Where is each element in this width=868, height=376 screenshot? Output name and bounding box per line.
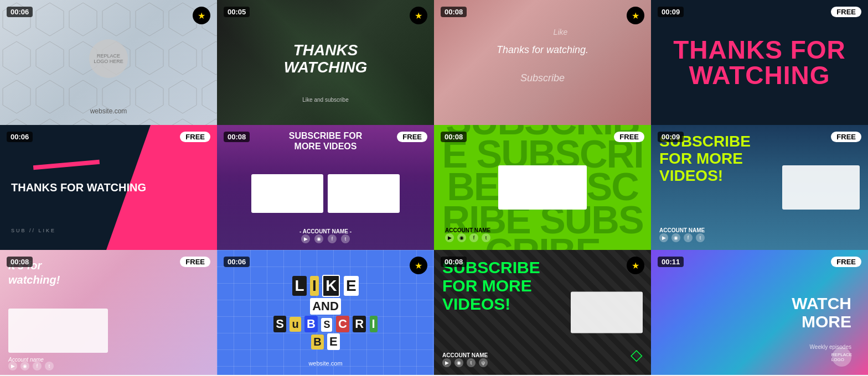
line1-12: WATCH bbox=[792, 294, 851, 312]
sub-text-2: Like and subscribe bbox=[302, 97, 348, 103]
line2-12: MORE bbox=[802, 312, 851, 331]
youtube-icon-7: ▶ bbox=[445, 233, 454, 242]
star-badge-11: ★ bbox=[627, 257, 644, 274]
website-text-1: website.com bbox=[90, 107, 127, 115]
ransom-S2: S bbox=[273, 316, 286, 332]
main-text-3: Thanks for watching. bbox=[497, 44, 588, 56]
template-card-8[interactable]: 00:09 FREE SUBSCRIBE FOR MORE VIDEOS! AC… bbox=[651, 125, 868, 250]
logo-placeholder-1: REPLACE LOGO HERE bbox=[89, 39, 128, 78]
template-card-6[interactable]: 00:08 FREE SUBSCRIBE FORMORE VIDEOS - AC… bbox=[217, 125, 434, 250]
account-text-7: ACCOUNT NAME bbox=[445, 227, 490, 233]
ransom-K: K bbox=[322, 275, 340, 297]
main-text-line2-4: WATCHING bbox=[689, 61, 830, 90]
star-badge-3: ★ bbox=[627, 7, 644, 24]
video-box-right-6 bbox=[328, 174, 400, 213]
instagram-icon-8: ◉ bbox=[671, 233, 680, 242]
social-icons-8: ▶ ◉ f t bbox=[659, 233, 705, 242]
time-badge-12: 00:11 bbox=[658, 257, 684, 267]
template-card-2[interactable]: 00:05 ★ THANKSWATCHING Like and subscrib… bbox=[217, 0, 434, 125]
video-box-left-6 bbox=[251, 174, 323, 213]
free-badge-4: FREE bbox=[831, 7, 861, 17]
line2-11: FOR MORE bbox=[442, 276, 532, 295]
free-badge-12: FREE bbox=[831, 257, 861, 267]
main-text-5: THANKS FOR WATCHING bbox=[11, 181, 146, 194]
template-card-5[interactable]: 00:06 FREE THANKS FOR WATCHING SUB // LI… bbox=[0, 125, 217, 250]
main-text-2: THANKSWATCHING bbox=[284, 42, 367, 76]
facebook-icon-9: f bbox=[33, 362, 42, 370]
ransom-row2: AND bbox=[271, 297, 380, 315]
video-box-8 bbox=[782, 165, 860, 210]
template-card-9[interactable]: 00:08 FREE it's for watching! Account na… bbox=[0, 250, 217, 375]
twitter-icon-7: t bbox=[482, 233, 490, 242]
free-badge-7: FREE bbox=[614, 132, 644, 142]
time-badge-10: 00:06 bbox=[224, 257, 250, 267]
line3-8: VIDEOS! bbox=[659, 167, 723, 184]
social-icons-11: ▶ ◉ t ψ bbox=[442, 358, 488, 367]
time-badge-2: 00:05 bbox=[224, 7, 250, 17]
free-badge-5: FREE bbox=[180, 132, 210, 142]
main-text-12: WATCH MORE bbox=[792, 294, 851, 331]
ransom-L: L bbox=[292, 276, 306, 296]
social-icons-6: ▶ ◉ f t bbox=[301, 234, 350, 243]
logo-circle-12: REPLACE LOGO bbox=[832, 347, 851, 367]
star-badge-10: ★ bbox=[410, 257, 427, 274]
free-badge-9: FREE bbox=[180, 257, 210, 267]
template-grid: 00:06 ★ REPLACE LOGO HERE website.com 00… bbox=[0, 0, 868, 375]
youtube-icon-6: ▶ bbox=[301, 234, 310, 243]
ransom-BE: B bbox=[311, 335, 323, 349]
account-text-6: - ACCOUNT NAME - bbox=[299, 228, 352, 234]
time-badge-7: 00:08 bbox=[441, 132, 467, 142]
twitch-icon-11: ψ bbox=[479, 358, 488, 367]
star-badge-2: ★ bbox=[410, 7, 427, 24]
template-card-1[interactable]: 00:06 ★ REPLACE LOGO HERE website.com bbox=[0, 0, 217, 125]
social-icons-7: ▶ ◉ f t bbox=[445, 233, 490, 242]
template-card-10[interactable]: 00:06 ★ L I K E AND S u B S C R I B E bbox=[217, 250, 434, 375]
free-badge-8: FREE bbox=[831, 132, 861, 142]
line2-9: watching! bbox=[8, 274, 60, 286]
like-text-3: Like bbox=[554, 28, 568, 36]
template-card-7[interactable]: SUBSCRIBE SUBSCRIBE SUBSCRIBE SUBSCRIBE … bbox=[434, 125, 651, 250]
star-badge-1: ★ bbox=[193, 7, 210, 24]
line3-11: VIDEOS! bbox=[442, 295, 510, 313]
template-card-11[interactable]: 00:08 ★ SUBSCRIBE FOR MORE VIDEOS! ◇ ACC… bbox=[434, 250, 651, 375]
template-card-12[interactable]: 00:11 FREE WATCH MORE Weekly episodes RE… bbox=[651, 250, 868, 375]
account-text-8: ACCOUNT NAME bbox=[659, 227, 705, 233]
ransom-IB: I bbox=[370, 316, 378, 332]
ransom-SC: S bbox=[321, 318, 332, 332]
facebook-icon-6: f bbox=[328, 234, 337, 243]
subscribe-text-3: Subscribe bbox=[520, 72, 565, 84]
ransom-RI: R bbox=[353, 316, 366, 332]
main-text-line1-4: THANKS FOR bbox=[673, 35, 846, 64]
twitter-icon-8: t bbox=[696, 233, 705, 242]
ransom-B2: B bbox=[304, 316, 318, 332]
sub-text-5: SUB // LIKE bbox=[11, 228, 56, 233]
time-badge-5: 00:06 bbox=[7, 132, 33, 142]
ransom-CR: C bbox=[336, 316, 349, 332]
website-text-10: website.com bbox=[308, 360, 342, 367]
time-badge-1: 00:06 bbox=[7, 7, 33, 17]
time-badge-4: 00:09 bbox=[658, 7, 684, 17]
time-badge-6: 00:08 bbox=[224, 132, 250, 142]
ransom-E: E bbox=[344, 276, 359, 296]
facebook-icon-8: f bbox=[684, 233, 693, 242]
ransom-row1: L I K E bbox=[271, 274, 380, 297]
line2-8: FOR MORE bbox=[659, 150, 743, 167]
twitter-icon-6: t bbox=[341, 234, 350, 243]
ransom-I: I bbox=[310, 276, 319, 296]
template-card-4[interactable]: 00:09 FREE THANKS FOR WATCHING bbox=[651, 0, 868, 125]
ransom-E2: E bbox=[327, 333, 340, 350]
ransom-text-10: L I K E AND S u B S C R I B E bbox=[271, 274, 380, 351]
template-card-3[interactable]: 00:08 ★ Like Thanks for watching. Subscr… bbox=[434, 0, 651, 125]
twitter-icon-11: t bbox=[467, 358, 476, 367]
video-boxes-6 bbox=[251, 174, 400, 213]
twitter-icon-9: t bbox=[45, 362, 54, 370]
instagram-icon-9: ◉ bbox=[20, 362, 29, 370]
instagram-icon-7: ◉ bbox=[457, 233, 466, 242]
instagram-icon-6: ◉ bbox=[314, 234, 323, 243]
video-box-7 bbox=[498, 165, 587, 210]
instagram-icon-11: ◉ bbox=[454, 358, 463, 367]
free-badge-6: FREE bbox=[397, 132, 427, 142]
time-badge-9: 00:08 bbox=[7, 257, 33, 267]
account-text-11: ACCOUNT NAME bbox=[442, 352, 488, 358]
video-box-11 bbox=[571, 292, 643, 333]
